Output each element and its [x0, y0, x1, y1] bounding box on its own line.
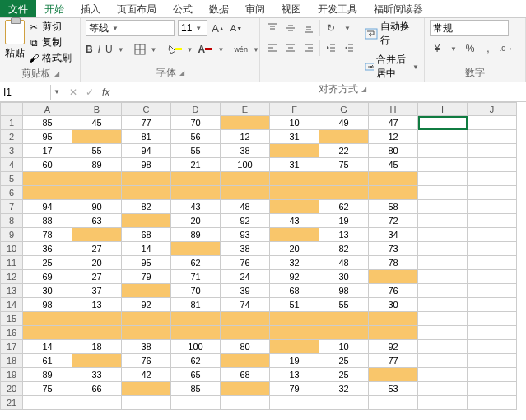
cell[interactable] — [468, 200, 517, 214]
row-header[interactable]: 10 — [0, 242, 23, 256]
cell[interactable] — [122, 284, 171, 298]
name-box-dropdown[interactable]: ▼ — [51, 85, 63, 100]
cell[interactable] — [72, 326, 122, 340]
wrap-text-button[interactable]: 自动换行 — [365, 20, 419, 48]
cell[interactable] — [270, 144, 319, 158]
cell[interactable] — [221, 172, 270, 186]
cell[interactable]: 79 — [122, 270, 171, 284]
cell[interactable]: 25 — [23, 256, 72, 270]
cell[interactable]: 34 — [369, 228, 418, 242]
row-header[interactable]: 11 — [0, 256, 23, 270]
cell[interactable]: 20 — [270, 242, 319, 256]
select-all-corner[interactable] — [0, 102, 23, 116]
border-button[interactable] — [134, 42, 146, 57]
cell[interactable]: 78 — [369, 256, 418, 270]
cell[interactable]: 17 — [23, 144, 72, 158]
cell[interactable]: 98 — [122, 158, 171, 172]
cell[interactable] — [418, 298, 468, 312]
cell[interactable]: 25 — [319, 354, 369, 368]
cell[interactable] — [171, 396, 221, 410]
cell[interactable] — [418, 144, 468, 158]
dialog-launcher-icon[interactable]: ◢ — [54, 70, 59, 77]
chevron-down-icon[interactable]: ▼ — [118, 44, 124, 55]
chevron-down-icon[interactable]: ▼ — [187, 44, 193, 55]
cell[interactable] — [319, 130, 369, 144]
cell[interactable]: 85 — [23, 116, 72, 130]
align-left-button[interactable] — [265, 40, 280, 55]
cell[interactable]: 21 — [171, 158, 221, 172]
cell[interactable]: 98 — [23, 298, 72, 312]
tab-data[interactable]: 数据 — [201, 0, 237, 17]
cell[interactable] — [468, 186, 517, 200]
cell[interactable] — [72, 172, 122, 186]
cell[interactable] — [418, 382, 468, 396]
cell[interactable] — [122, 326, 171, 340]
increase-font-button[interactable]: A▲ — [211, 21, 226, 35]
cell[interactable]: 22 — [319, 144, 369, 158]
chevron-down-icon[interactable]: ▼ — [151, 44, 157, 55]
cell[interactable]: 88 — [23, 214, 72, 228]
cell[interactable] — [171, 172, 221, 186]
cell[interactable] — [270, 396, 319, 410]
align-bottom-button[interactable] — [301, 21, 316, 35]
cell[interactable]: 10 — [270, 116, 319, 130]
cell[interactable] — [369, 368, 418, 382]
row-header[interactable]: 7 — [0, 200, 23, 214]
cell[interactable] — [418, 242, 468, 256]
cell[interactable] — [221, 312, 270, 326]
cell[interactable]: 20 — [72, 256, 122, 270]
cell[interactable] — [171, 326, 221, 340]
row-header[interactable]: 15 — [0, 312, 23, 326]
cell[interactable] — [270, 326, 319, 340]
cell[interactable] — [221, 382, 270, 396]
cell[interactable] — [369, 326, 418, 340]
tab-formula[interactable]: 公式 — [165, 0, 201, 17]
cell[interactable] — [418, 256, 468, 270]
cell[interactable] — [468, 382, 517, 396]
cell[interactable] — [468, 312, 517, 326]
cell[interactable] — [369, 312, 418, 326]
cell[interactable]: 10 — [319, 340, 369, 354]
cell[interactable]: 31 — [270, 130, 319, 144]
cell[interactable]: 89 — [171, 228, 221, 242]
tab-file[interactable]: 文件 — [0, 0, 36, 17]
cell[interactable]: 81 — [171, 298, 221, 312]
cell[interactable]: 55 — [72, 144, 122, 158]
comma-button[interactable]: , — [481, 41, 496, 56]
cell[interactable]: 68 — [122, 228, 171, 242]
tab-view[interactable]: 视图 — [273, 0, 310, 17]
cell[interactable] — [23, 326, 72, 340]
cell[interactable]: 25 — [319, 368, 369, 382]
cell[interactable] — [418, 270, 468, 284]
cell[interactable]: 38 — [221, 242, 270, 256]
cell[interactable]: 89 — [23, 368, 72, 382]
cell[interactable] — [468, 354, 517, 368]
cell[interactable] — [122, 214, 171, 228]
col-header[interactable]: J — [468, 102, 517, 116]
cell[interactable]: 19 — [319, 214, 369, 228]
row-header[interactable]: 1 — [0, 116, 23, 130]
tab-page-layout[interactable]: 页面布局 — [109, 0, 165, 17]
cell[interactable]: 62 — [171, 354, 221, 368]
font-name-select[interactable]: 等线 ▼ — [86, 20, 175, 36]
cell[interactable]: 13 — [72, 298, 122, 312]
tab-developer[interactable]: 开发工具 — [310, 0, 365, 17]
row-header[interactable]: 5 — [0, 172, 23, 186]
cell[interactable]: 92 — [122, 298, 171, 312]
cell[interactable] — [221, 326, 270, 340]
cell[interactable]: 12 — [221, 130, 270, 144]
increase-decimal-button[interactable]: .0→ — [499, 41, 514, 56]
cell[interactable]: 66 — [72, 382, 122, 396]
cell[interactable]: 45 — [72, 116, 122, 130]
cell[interactable] — [270, 312, 319, 326]
cell[interactable]: 48 — [319, 256, 369, 270]
cell[interactable]: 62 — [171, 256, 221, 270]
cell[interactable]: 68 — [221, 368, 270, 382]
cell[interactable] — [418, 186, 468, 200]
ruby-button[interactable]: wén — [234, 42, 248, 57]
cell[interactable]: 32 — [319, 382, 369, 396]
cell[interactable]: 48 — [221, 200, 270, 214]
cell[interactable]: 70 — [171, 284, 221, 298]
cell[interactable] — [418, 284, 468, 298]
cell[interactable]: 53 — [369, 382, 418, 396]
